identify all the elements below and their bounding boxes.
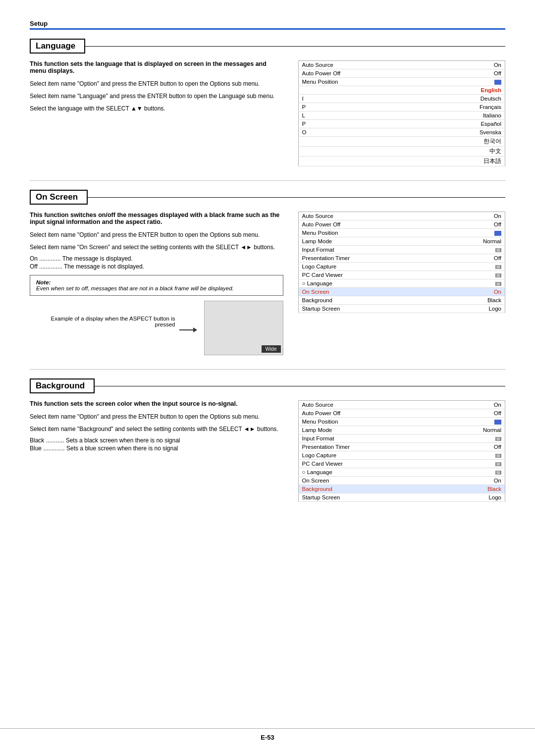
table-row-highlighted: On Screen On [298, 288, 505, 296]
table-row: 中文 [298, 147, 505, 157]
on-screen-para-2: Select item name "On Screen" and select … [30, 243, 283, 252]
table-row-highlighted: Background Black [298, 485, 505, 493]
menu-item-value: Off [439, 443, 505, 451]
menu-item-value: ▤ [439, 271, 505, 279]
menu-item-label: Logo Capture [298, 263, 439, 271]
menu-item-label: Logo Capture [298, 451, 439, 460]
table-row: L Italiano [298, 111, 505, 120]
table-row: ○ Language ▤ [298, 279, 505, 288]
table-row: Lamp Mode Normal [298, 426, 505, 434]
menu-item-label: Auto Source [298, 212, 439, 220]
language-title-line [85, 46, 505, 47]
menu-item-label: Input Format [298, 434, 439, 443]
menu-item-value: ▤ [439, 434, 505, 443]
on-screen-right: Auto Source On Auto Power Off Off Menu P… [298, 212, 506, 355]
menu-item-value: Normal [439, 237, 505, 246]
pc-card-icon: ▤ [495, 273, 501, 277]
menu-item-value: On [425, 61, 505, 69]
menu-item-label: Lamp Mode [298, 237, 439, 246]
menu-item-label: P [298, 103, 425, 111]
on-screen-para-1: Select item name "Option" and press the … [30, 230, 283, 239]
table-row: English [298, 86, 505, 95]
menu-item-value: Deutsch [425, 95, 505, 103]
on-screen-bold-intro: This function switches on/off the messag… [30, 212, 283, 225]
menu-item-value: 한국어 [425, 137, 505, 147]
background-title-line [95, 386, 505, 386]
input-format-icon: ▤ [495, 437, 501, 441]
menu-item-label: Auto Power Off [298, 69, 425, 78]
table-row: P Español [298, 120, 505, 128]
on-screen-menu-table: Auto Source On Auto Power Off Off Menu P… [298, 212, 506, 313]
menu-item-label: Auto Source [298, 61, 425, 69]
menu-item-value: ▤ [439, 460, 505, 468]
background-section: Background This function sets the screen… [30, 378, 505, 502]
language-title: Language [30, 39, 85, 54]
table-row: Input Format ▤ [298, 246, 505, 254]
language-left: This function sets the language that is … [30, 60, 283, 166]
background-bold-intro: This function sets the screen color when… [30, 400, 283, 407]
menu-item-label: Menu Position [298, 78, 425, 86]
background-menu-table: Auto Source On Auto Power Off Off Menu P… [298, 400, 506, 502]
menu-item-label: O [298, 128, 425, 137]
menu-item-value: ▤ [439, 279, 505, 288]
example-label: Example of a display when the ASPECT but… [30, 301, 179, 327]
example-screen: Wide [204, 301, 283, 355]
menu-item-value: Off [439, 220, 505, 229]
menu-item-label: Background [298, 485, 439, 493]
input-format-icon: ▤ [495, 248, 501, 252]
logo-capture-icon: ▤ [495, 454, 501, 458]
language-para-3: Select the language with the SELECT ▲▼ b… [30, 104, 283, 113]
menu-pos-icon [494, 231, 501, 236]
menu-item-label: Menu Position [298, 418, 439, 426]
menu-item-value: Español [425, 120, 505, 128]
language-body: This function sets the language that is … [30, 60, 505, 166]
menu-item-value: 中文 [425, 147, 505, 157]
menu-item-label: Startup Screen [298, 305, 439, 313]
black-item: Black ........... Sets a black screen wh… [30, 437, 283, 444]
menu-item-label: PC Card Viewer [298, 460, 439, 468]
menu-item-value: Off [425, 69, 505, 78]
table-row: 日本語 [298, 157, 505, 166]
language-right: Auto Source On Auto Power Off Off Menu P… [298, 60, 506, 166]
menu-item-label: L [298, 111, 425, 120]
language-para-1: Select item name "Option" and press the … [30, 79, 283, 88]
language-icon: ▤ [495, 282, 501, 286]
menu-item-value: Normal [439, 426, 505, 434]
setup-title: Setup [30, 20, 505, 27]
language-menu-table: Auto Source On Auto Power Off Off Menu P… [298, 60, 506, 166]
note-text: Even when set to off, messages that are … [36, 285, 277, 291]
language-section: Language This function sets the language… [30, 39, 505, 166]
blue-divider [30, 28, 505, 30]
table-row: PC Card Viewer ▤ [298, 271, 505, 279]
menu-item-value: Black [439, 485, 505, 493]
menu-item-label: On Screen [298, 288, 439, 296]
logo-capture-icon: ▤ [495, 265, 501, 269]
menu-item-label [298, 137, 425, 147]
sep-1 [30, 180, 505, 181]
example-area: Example of a display when the ASPECT but… [30, 301, 283, 355]
background-title-row: Background [30, 378, 505, 393]
menu-item-label: Presentation Timer [298, 443, 439, 451]
background-left: This function sets the screen color when… [30, 400, 283, 502]
pc-card-icon: ▤ [495, 462, 501, 466]
menu-item-value: Logo [439, 493, 505, 502]
table-row: Background Black [298, 296, 505, 305]
menu-item-label: Auto Power Off [298, 409, 439, 418]
table-row: Input Format ▤ [298, 434, 505, 443]
menu-item-label [298, 147, 425, 157]
menu-item-value: On [439, 288, 505, 296]
background-para-2: Select item name "Background" and select… [30, 425, 283, 433]
menu-item-label: Presentation Timer [298, 254, 439, 263]
table-row: Lamp Mode Normal [298, 237, 505, 246]
menu-item-label: Startup Screen [298, 493, 439, 502]
menu-item-label: Menu Position [298, 229, 439, 237]
note-box: Note: Even when set to off, messages tha… [30, 275, 283, 296]
menu-item-value: Svenska [425, 128, 505, 137]
menu-item-label: PC Card Viewer [298, 271, 439, 279]
menu-item-label: Background [298, 296, 439, 305]
menu-item-label: ○ Language [298, 468, 439, 477]
language-title-row: Language [30, 39, 505, 54]
menu-item-value [439, 229, 505, 237]
menu-item-value: ▤ [439, 468, 505, 477]
on-screen-title-row: On Screen [30, 190, 505, 205]
